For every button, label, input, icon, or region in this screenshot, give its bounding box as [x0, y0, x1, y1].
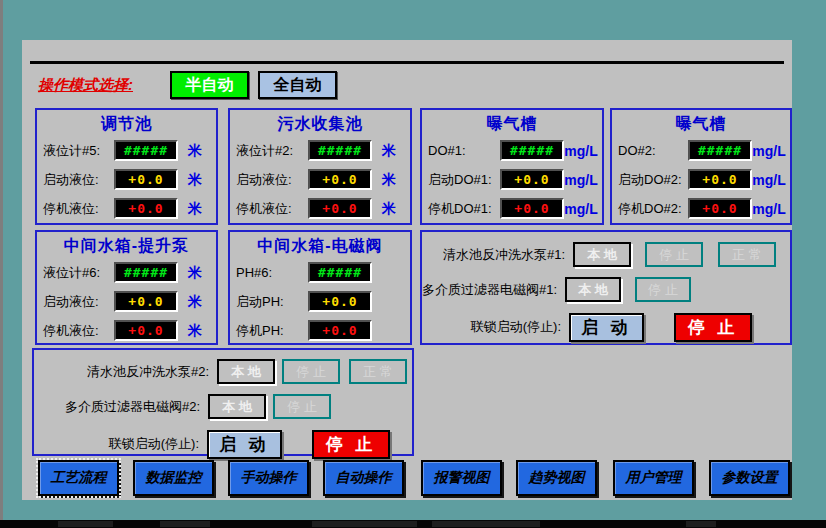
- title-separator-line: [30, 61, 784, 64]
- stop-setpoint-field[interactable]: +0.0: [500, 198, 564, 219]
- measure-label: 启动DO#2:: [618, 171, 682, 189]
- start-setpoint-field[interactable]: +0.0: [114, 169, 178, 190]
- measure-row: 停机DO#1: +0.0 mg/L: [422, 194, 602, 223]
- stop-setpoint-field[interactable]: +0.0: [114, 320, 178, 341]
- local-mode-button[interactable]: 本 地: [217, 359, 275, 384]
- measure-row: PH#6: #####: [230, 258, 410, 287]
- start-setpoint-field[interactable]: +0.0: [114, 291, 178, 312]
- measure-label: 停机液位:: [43, 322, 99, 340]
- control-group-2: 清水池反冲洗水泵#2: 本 地 停 止 正 常 多介质过滤器电磁阀#2: 本 地…: [32, 348, 414, 456]
- device-row: 多介质过滤器电磁阀#1: 本 地 停 止: [422, 272, 790, 307]
- nav-alarm-view-button[interactable]: 报警视图: [421, 460, 502, 496]
- measure-label: 液位计#2:: [236, 142, 293, 160]
- interlock-start-button[interactable]: 启 动: [569, 313, 644, 342]
- taskbar-item: [432, 521, 540, 527]
- measure-row: 启动液位: +0.0 米: [37, 165, 216, 194]
- local-mode-button[interactable]: 本 地: [573, 242, 631, 267]
- stop-setpoint-field[interactable]: +0.0: [114, 198, 178, 219]
- stop-setpoint-field[interactable]: +0.0: [688, 198, 752, 219]
- measure-row: 停机液位: +0.0 米: [230, 194, 410, 223]
- hmi-main-panel: 操作模式选择: 半自动 全自动 调节池 液位计#5: ##### 米 启动液位:…: [22, 40, 792, 500]
- full-auto-button[interactable]: 全自动: [258, 71, 337, 99]
- device-row: 多介质过滤器电磁阀#2: 本 地 停 止: [34, 389, 412, 424]
- measure-row: 液位计#2: ##### 米: [230, 136, 410, 165]
- interlock-row: 联锁启动(停止): 启 动 停 止: [34, 424, 412, 464]
- taskbar-item: [58, 521, 113, 527]
- measure-row: 停机液位: +0.0 米: [37, 194, 216, 223]
- operation-mode-label: 操作模式选择:: [38, 76, 133, 95]
- measure-label: 停机PH:: [236, 322, 284, 340]
- nav-data-monitor-button[interactable]: 数据监控: [133, 460, 214, 496]
- nav-auto-operation-button[interactable]: 自动操作: [323, 460, 404, 496]
- measure-unit: 米: [372, 171, 406, 189]
- panel-aeration-tank-1: 曝气槽 DO#1: ##### mg/L 启动DO#1: +0.0 mg/L 停…: [420, 108, 604, 225]
- nav-manual-operation-button[interactable]: 手动操作: [228, 460, 309, 496]
- do-gauge-readout: #####: [500, 140, 564, 161]
- normal-status-indicator: 正 常: [718, 242, 776, 267]
- panel-aeration-tank-2: 曝气槽 DO#2: ##### mg/L 启动DO#2: +0.0 mg/L 停…: [610, 108, 792, 225]
- measure-unit: mg/L: [564, 143, 598, 159]
- panel-intermediate-tank-solenoid-valve: 中间水箱-电磁阀 PH#6: ##### 启动PH: +0.0 停机PH: +0…: [228, 230, 412, 345]
- interlock-stop-button[interactable]: 停 止: [674, 313, 752, 342]
- start-setpoint-field[interactable]: +0.0: [308, 169, 372, 190]
- measure-row: 启动PH: +0.0: [230, 287, 410, 316]
- measure-label: PH#6:: [236, 265, 272, 280]
- measure-label: 启动DO#1:: [428, 171, 492, 189]
- local-mode-button[interactable]: 本 地: [565, 277, 621, 302]
- normal-status-indicator: 正 常: [349, 359, 407, 384]
- interlock-stop-button[interactable]: 停 止: [312, 430, 390, 459]
- measure-label: 停机液位:: [43, 200, 99, 218]
- measure-row: 启动液位: +0.0 米: [37, 287, 216, 316]
- measure-row: 启动DO#2: +0.0 mg/L: [612, 165, 790, 194]
- taskbar: [0, 520, 826, 528]
- start-setpoint-field[interactable]: +0.0: [500, 169, 564, 190]
- semi-auto-button[interactable]: 半自动: [170, 71, 249, 99]
- level-gauge-readout: #####: [308, 140, 372, 161]
- nav-user-management-button[interactable]: 用户管理: [613, 460, 694, 496]
- measure-unit: 米: [178, 264, 212, 282]
- stop-status-indicator: 停 止: [282, 359, 340, 384]
- measure-row: 液位计#6: ##### 米: [37, 258, 216, 287]
- start-setpoint-field[interactable]: +0.0: [308, 291, 372, 312]
- measure-label: 启动液位:: [43, 293, 99, 311]
- measure-row: 启动液位: +0.0 米: [230, 165, 410, 194]
- nav-parameter-settings-button[interactable]: 参数设置: [709, 460, 790, 496]
- start-setpoint-field[interactable]: +0.0: [688, 169, 752, 190]
- device-label: 清水池反冲洗水泵#2:: [34, 363, 217, 381]
- stop-setpoint-field[interactable]: +0.0: [308, 198, 372, 219]
- measure-label: 停机液位:: [236, 200, 292, 218]
- panel-title: 曝气槽: [612, 110, 790, 136]
- interlock-start-button[interactable]: 启 动: [207, 430, 282, 459]
- level-gauge-readout: #####: [114, 140, 178, 161]
- measure-row: DO#2: ##### mg/L: [612, 136, 790, 165]
- measure-unit: 米: [178, 322, 212, 340]
- control-group-1: 清水池反冲洗水泵#1: 本 地 停 止 正 常 多介质过滤器电磁阀#1: 本 地…: [420, 230, 792, 345]
- device-row: 清水池反冲洗水泵#1: 本 地 停 止 正 常: [422, 237, 790, 272]
- level-gauge-readout: #####: [114, 262, 178, 283]
- measure-unit: 米: [178, 200, 212, 218]
- measure-row: 停机液位: +0.0 米: [37, 316, 216, 345]
- nav-process-flow-button[interactable]: 工艺流程: [38, 460, 119, 496]
- interlock-label: 联锁启动(停止):: [422, 318, 569, 336]
- measure-row: 液位计#5: ##### 米: [37, 136, 216, 165]
- measure-unit: 米: [178, 293, 212, 311]
- measure-row: 停机PH: +0.0: [230, 316, 410, 345]
- panel-title: 曝气槽: [422, 110, 602, 136]
- device-row: 清水池反冲洗水泵#2: 本 地 停 止 正 常: [34, 354, 412, 389]
- stop-setpoint-field[interactable]: +0.0: [308, 320, 372, 341]
- local-mode-button[interactable]: 本 地: [208, 394, 266, 419]
- measure-unit: mg/L: [752, 143, 786, 159]
- ph-gauge-readout: #####: [308, 262, 372, 283]
- measure-label: DO#1:: [428, 143, 466, 158]
- measure-label: 启动液位:: [236, 171, 292, 189]
- measure-unit: mg/L: [752, 172, 786, 188]
- nav-trend-view-button[interactable]: 趋势视图: [516, 460, 597, 496]
- measure-unit: 米: [372, 200, 406, 218]
- measure-label: DO#2:: [618, 143, 656, 158]
- measure-unit: 米: [178, 171, 212, 189]
- panel-sewage-collection-pool: 污水收集池 液位计#2: ##### 米 启动液位: +0.0 米 停机液位: …: [228, 108, 412, 225]
- stop-status-indicator: 停 止: [273, 394, 331, 419]
- device-label: 多介质过滤器电磁阀#1:: [422, 281, 565, 299]
- measure-label: 启动液位:: [43, 171, 99, 189]
- measure-label: 液位计#6:: [43, 264, 100, 282]
